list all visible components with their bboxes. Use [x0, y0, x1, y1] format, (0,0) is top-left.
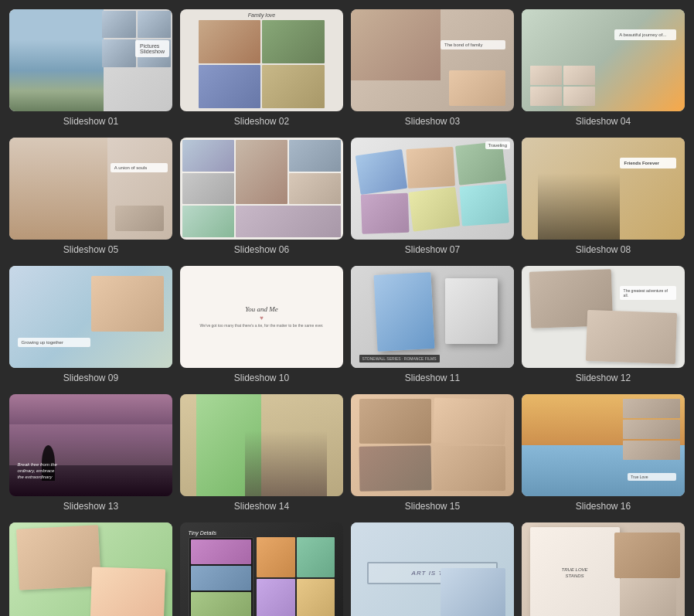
thumbnail-ss20[interactable]: TRUE LOVESTANDS [522, 522, 685, 617]
list-item[interactable]: Traveling Slideshow 07 [351, 138, 514, 258]
thumbnail-ss10[interactable]: You and Me ♥ We've got too many that the… [180, 266, 343, 368]
thumbnail-ss14[interactable] [180, 394, 343, 496]
list-item[interactable]: A union of souls Slideshow 05 [9, 138, 172, 258]
thumbnail-ss16[interactable]: True Love [522, 394, 685, 496]
slideshow-label: Slideshow 13 [63, 501, 118, 515]
list-item[interactable]: Friends Forever Slideshow 08 [522, 138, 685, 258]
thumbnail-ss08[interactable]: Friends Forever [522, 138, 685, 240]
list-item[interactable]: TRUE LOVESTANDS Slideshow 20 [522, 522, 685, 617]
list-item[interactable]: The bond of family Slideshow 03 [351, 9, 514, 130]
slideshow-label: Slideshow 14 [234, 501, 289, 515]
thumbnail-ss06[interactable] [180, 138, 343, 240]
thumbnail-ss02[interactable]: Family love [180, 9, 343, 111]
list-item[interactable]: The greatest adventure of all. Slideshow… [522, 266, 685, 386]
slideshow-label: Slideshow 02 [234, 116, 289, 130]
list-item[interactable]: Slideshow 14 [180, 394, 343, 515]
thumbnail-ss09[interactable]: Growing up together [9, 266, 172, 368]
thumbnail-ss07[interactable]: Traveling [351, 138, 514, 240]
slideshow-label: Slideshow 05 [63, 244, 118, 258]
slideshow-label: Slideshow 04 [576, 116, 631, 130]
list-item[interactable]: Growing up together Slideshow 09 [9, 266, 172, 386]
thumbnail-ss19[interactable]: ART IS THE [351, 522, 514, 617]
list-item[interactable]: A beautiful journey of... Slideshow 04 [522, 9, 685, 130]
thumbnail-ss15[interactable] [351, 394, 514, 496]
thumbnail-ss04[interactable]: A beautiful journey of... [522, 9, 685, 111]
thumbnail-ss11[interactable]: STONEWALL SERIES · ROMANCE FILMS [351, 266, 514, 368]
slideshow-label: Slideshow 12 [576, 373, 631, 386]
slideshow-label: Slideshow 03 [405, 116, 460, 130]
list-item[interactable]: True Love Slideshow 16 [522, 394, 685, 515]
list-item[interactable]: PicturesSlideshow Slideshow 01 [9, 9, 172, 130]
thumbnail-ss03[interactable]: The bond of family [351, 9, 514, 111]
list-item[interactable]: Slideshow 17 [9, 522, 172, 617]
slideshow-label: Slideshow 11 [405, 373, 460, 386]
thumbnail-ss12[interactable]: The greatest adventure of all. [522, 266, 685, 368]
list-item[interactable]: Slideshow 15 [351, 394, 514, 515]
list-item[interactable]: Tiny Details Slideshow 18 [180, 522, 343, 617]
thumbnail-ss18[interactable]: Tiny Details [180, 522, 343, 617]
slideshow-label: Slideshow 16 [576, 501, 631, 515]
thumbnail-ss13[interactable]: Break free from theordinary, embracethe … [9, 394, 172, 496]
list-item[interactable]: Break free from theordinary, embracethe … [9, 394, 172, 515]
slideshow-grid: PicturesSlideshow Slideshow 01 Family lo… [9, 9, 685, 616]
list-item[interactable]: Slideshow 06 [180, 138, 343, 258]
slideshow-label: Slideshow 06 [234, 244, 289, 258]
slideshow-label: Slideshow 09 [63, 373, 118, 386]
slideshow-label: Slideshow 10 [234, 373, 289, 386]
slideshow-label: Slideshow 15 [405, 501, 460, 515]
list-item[interactable]: Family love Slideshow 02 [180, 9, 343, 130]
slideshow-label: Slideshow 07 [405, 244, 460, 258]
thumbnail-ss01[interactable]: PicturesSlideshow [9, 9, 172, 111]
list-item[interactable]: You and Me ♥ We've got too many that the… [180, 266, 343, 386]
thumbnail-ss17[interactable] [9, 522, 172, 617]
slideshow-label: Slideshow 08 [576, 244, 631, 258]
thumbnail-ss05[interactable]: A union of souls [9, 138, 172, 240]
list-item[interactable]: STONEWALL SERIES · ROMANCE FILMS Slidesh… [351, 266, 514, 386]
slideshow-label: Slideshow 01 [63, 116, 118, 130]
list-item[interactable]: ART IS THE Slideshow 19 [351, 522, 514, 617]
